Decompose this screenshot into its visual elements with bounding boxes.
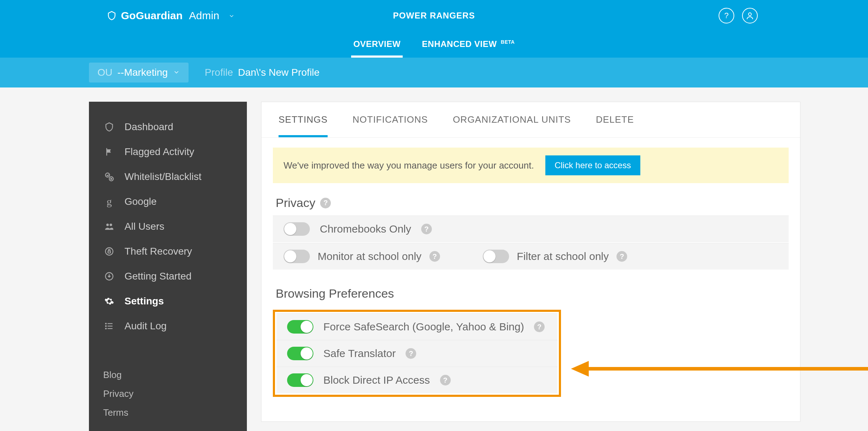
sidebar-item-label: Google [125,196,157,207]
svg-marker-15 [571,361,589,377]
footer-link-terms[interactable]: Terms [103,407,233,418]
toggle-monitor-school-only[interactable] [284,250,310,263]
setting-label: Block Direct IP Access [323,374,430,386]
annotation-highlight: Force SafeSearch (Google, Yahoo & Bing) … [273,310,561,397]
chevron-down-icon [228,10,235,22]
toggle-block-direct-ip[interactable] [287,373,313,387]
shield-icon [107,11,117,21]
topbar-actions: ? [719,8,758,23]
sidebar-item-label: Theft Recovery [125,246,192,257]
help-icon[interactable]: ? [719,8,734,23]
help-icon[interactable]: ? [534,321,545,332]
setting-label: Monitor at school only [318,250,422,262]
setting-row-block-direct-ip: Block Direct IP Access ? [276,367,557,393]
help-icon[interactable]: ? [440,375,451,385]
brand-name: GoGuardian [121,10,182,22]
svg-point-3 [106,224,109,226]
sidebar-item-getting-started[interactable]: Getting Started [89,264,247,289]
sidebar-item-label: All Users [125,221,164,232]
sidebar-item-label: Settings [125,296,164,307]
sidebar-item-label: Flagged Activity [125,146,194,158]
beta-badge: BETA [501,39,515,45]
sidebar-nav: Dashboard Flagged Activity Whitelist/Bla… [89,102,247,431]
profile-value: Dan\'s New Profile [238,67,319,78]
sidebar-item-label: Getting Started [125,271,191,282]
svg-rect-6 [108,251,111,253]
annotation-arrow-icon [571,358,868,379]
card-tab-delete[interactable]: DELETE [596,114,634,137]
profile-label: Profile [205,67,233,78]
help-icon[interactable]: ? [320,198,331,208]
lock-icon [103,245,115,257]
setting-label: Safe Translator [323,347,396,360]
section-title-browsing: Browsing Preferences [261,284,800,306]
flag-icon [103,146,115,158]
footer-link-privacy[interactable]: Privacy [103,388,233,399]
setting-row-school-only: Monitor at school only ? Filter at schoo… [273,243,789,270]
setting-label: Filter at school only [517,250,609,262]
help-icon[interactable]: ? [616,251,627,262]
svg-point-0 [748,13,751,16]
list-icon [103,320,115,332]
sidebar-item-audit-log[interactable]: Audit Log [89,314,247,339]
tab-overview-label: OVERVIEW [353,39,401,49]
help-icon[interactable]: ? [429,251,440,262]
footer-link-blog[interactable]: Blog [103,369,233,381]
org-title: POWER RANGERS [393,11,475,21]
brand-product: Admin [189,10,219,22]
toggle-force-safesearch[interactable] [287,320,313,334]
check-x-icon [103,171,115,183]
sidebar-item-dashboard[interactable]: Dashboard [89,115,247,139]
sidebar-item-google[interactable]: g Google [89,189,247,214]
banner-cta-button[interactable]: Click here to access [545,155,640,175]
tab-overview[interactable]: OVERVIEW [351,32,403,58]
sidebar-item-settings[interactable]: Settings [89,289,247,314]
profile-icon[interactable] [742,8,758,23]
setting-row-chromebooks-only: Chromebooks Only ? [273,216,789,242]
download-icon [103,270,115,282]
tab-enhanced-view[interactable]: ENHANCED VIEW BETA [420,32,517,58]
sidebar-item-all-users[interactable]: All Users [89,214,247,239]
section-title-privacy: Privacy ? [261,193,800,216]
card-tab-org-units[interactable]: ORGANIZATIONAL UNITS [453,114,571,137]
setting-label: Chromebooks Only [320,223,411,235]
svg-point-1 [106,173,110,177]
google-icon: g [103,196,115,208]
svg-point-12 [106,326,106,326]
toggle-filter-school-only[interactable] [483,250,509,263]
setting-row-safe-translator: Safe Translator ? [276,340,557,367]
sidebar-footer: Blog Privacy Terms [89,369,247,418]
tab-enhanced-label: ENHANCED VIEW [422,39,497,49]
section-title-label: Browsing Preferences [276,287,394,300]
ou-profile-bar: OU --Marketing Profile Dan\'s New Profil… [0,58,868,87]
chevron-down-icon [173,67,180,78]
card-tab-settings[interactable]: SETTINGS [279,114,328,137]
help-icon[interactable]: ? [421,224,432,234]
banner-text: We've improved the way you manage users … [284,160,534,171]
brand-block[interactable]: GoGuardian Admin [107,10,235,22]
svg-point-4 [110,224,112,226]
sidebar-item-flagged-activity[interactable]: Flagged Activity [89,139,247,164]
shield-icon [103,121,115,133]
ou-picker[interactable]: OU --Marketing [89,63,189,83]
setting-row-force-safesearch: Force SafeSearch (Google, Yahoo & Bing) … [276,313,557,340]
toggle-chromebooks-only[interactable] [284,222,310,236]
profile-block: Profile Dan\'s New Profile [205,67,320,78]
top-header: GoGuardian Admin POWER RANGERS ? [0,0,868,31]
sidebar-item-label: Whitelist/Blacklist [125,171,201,182]
sidebar-item-theft-recovery[interactable]: Theft Recovery [89,239,247,264]
card-tab-notifications[interactable]: NOTIFICATIONS [353,114,428,137]
card-tabs: SETTINGS NOTIFICATIONS ORGANIZATIONAL UN… [261,102,800,138]
sidebar-item-whitelist-blacklist[interactable]: Whitelist/Blacklist [89,164,247,189]
view-tabs: OVERVIEW ENHANCED VIEW BETA [0,31,868,58]
svg-point-13 [106,328,106,329]
sidebar-item-label: Dashboard [125,121,173,133]
toggle-safe-translator[interactable] [287,347,313,360]
settings-card: SETTINGS NOTIFICATIONS ORGANIZATIONAL UN… [261,102,800,422]
help-icon[interactable]: ? [406,348,416,359]
users-icon [103,220,115,233]
sidebar-item-label: Audit Log [125,320,166,332]
svg-point-11 [106,323,106,324]
setting-label: Force SafeSearch (Google, Yahoo & Bing) [323,321,524,333]
section-title-label: Privacy [276,196,315,210]
